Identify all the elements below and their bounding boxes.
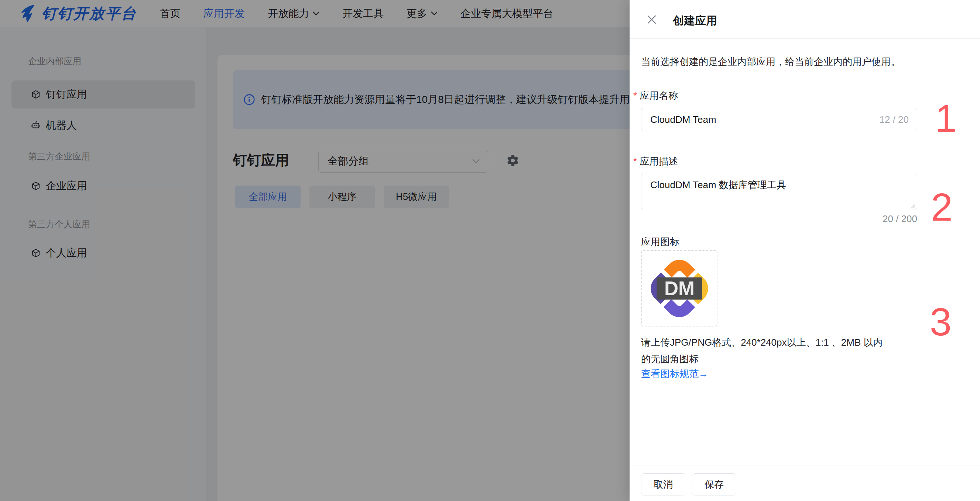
app-desc-textarea[interactable]: CloudDM Team 数据库管理工具	[641, 173, 917, 210]
app-name-label: * 应用名称	[633, 89, 678, 102]
annotation-marker-1: 1	[935, 99, 957, 138]
app-icon-label: 应用图标	[641, 235, 679, 248]
app-name-input[interactable]	[641, 114, 879, 125]
svg-text:DM: DM	[664, 277, 694, 299]
drawer-footer: 取消 保存	[630, 466, 980, 501]
drawer-intro-text: 当前选择创建的是企业内部应用，给当前企业内的用户使用。	[641, 54, 922, 69]
app-desc-label: * 应用描述	[633, 155, 678, 168]
app-desc-counter: 20 / 200	[641, 213, 917, 225]
required-asterisk: *	[633, 155, 637, 168]
icon-upload-help: 请上传JPG/PNG格式、240*240px以上、1:1 、2MB 以内 的无圆…	[641, 334, 892, 368]
create-app-drawer: 创建应用 当前选择创建的是企业内部应用，给当前企业内的用户使用。 * 应用名称 …	[630, 0, 980, 501]
app-logo-dm: DM	[647, 256, 712, 321]
drawer-title: 创建应用	[673, 13, 717, 29]
page: 钉钉开放平台 首页 应用开发 开放能力 开发工具 更多 企业专属大模型平台	[0, 0, 980, 501]
drawer-header: 创建应用	[630, 0, 980, 39]
annotation-marker-2: 2	[931, 187, 953, 227]
icon-spec-link[interactable]: 查看图标规范→	[641, 368, 708, 381]
close-icon[interactable]	[647, 14, 657, 25]
required-asterisk: *	[633, 89, 637, 102]
resize-grip-icon[interactable]	[910, 203, 915, 208]
app-name-field: 12 / 20	[641, 108, 917, 132]
cancel-button[interactable]: 取消	[641, 473, 685, 495]
save-button[interactable]: 保存	[692, 473, 736, 495]
app-desc-field: CloudDM Team 数据库管理工具	[641, 173, 917, 210]
app-icon-upload[interactable]: DM	[641, 250, 718, 327]
app-name-counter: 12 / 20	[879, 114, 917, 125]
annotation-marker-3: 3	[930, 302, 951, 341]
